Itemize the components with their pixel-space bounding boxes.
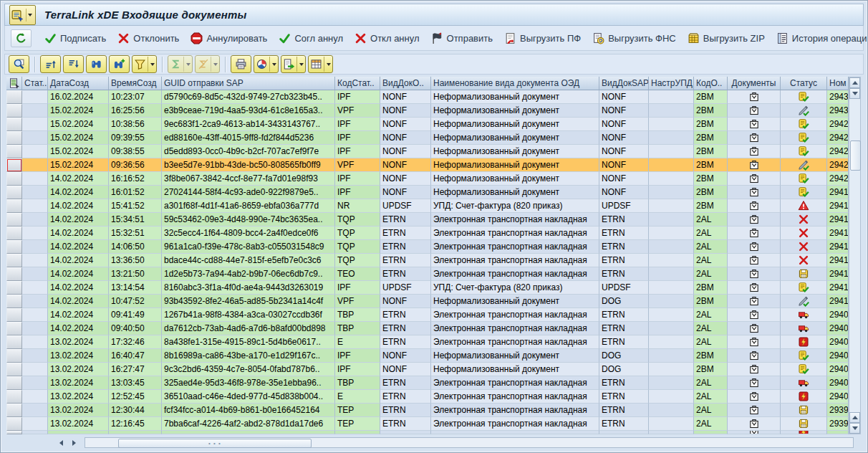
history-button[interactable]: История операций bbox=[771, 30, 868, 47]
cell-status_text[interactable] bbox=[22, 308, 48, 322]
cell-nastr_upd[interactable] bbox=[649, 172, 694, 186]
cell-doc_kind[interactable]: ETRN bbox=[380, 267, 431, 281]
cell-code_o[interactable]: 2AL bbox=[694, 213, 728, 226]
cell-kind_sap[interactable]: NONF bbox=[599, 172, 649, 186]
cell-guid[interactable]: 59c53462-09e3-4d48-990e-74bc3635ea.. bbox=[162, 213, 335, 226]
cell-code_o[interactable]: 2AL bbox=[694, 431, 728, 434]
cell-number[interactable]: 2940 bbox=[827, 376, 849, 390]
status-cell[interactable] bbox=[781, 240, 827, 254]
cell-time[interactable]: 12:16:45 bbox=[109, 417, 162, 431]
documents-cell[interactable] bbox=[728, 295, 781, 308]
cell-guid[interactable]: 1267b41a-98f8-4384-a3ca-03027ccdb36f bbox=[162, 308, 335, 322]
status-cell[interactable] bbox=[781, 186, 827, 199]
documents-cell[interactable] bbox=[728, 335, 781, 349]
cell-doc_kind[interactable]: NONF bbox=[380, 90, 431, 104]
cell-nastr_upd[interactable] bbox=[649, 295, 694, 308]
views-button[interactable] bbox=[254, 55, 279, 73]
cell-status_text[interactable] bbox=[22, 376, 48, 390]
cell-doc_name[interactable]: Электронная транспортная накладная bbox=[431, 335, 599, 349]
cell-date[interactable]: 16.02.2024 bbox=[48, 90, 109, 104]
cell-date[interactable]: 13.02.2024 bbox=[48, 349, 109, 363]
reject-button[interactable]: Отклонить bbox=[112, 30, 185, 47]
cell-doc_kind[interactable]: ETRN bbox=[380, 404, 431, 417]
cell-status_text[interactable] bbox=[22, 118, 48, 131]
column-header[interactable]: Статус bbox=[781, 77, 827, 90]
cell-status_text[interactable] bbox=[22, 404, 48, 417]
cell-code_status[interactable]: IPF bbox=[335, 118, 380, 131]
cell-kind_sap[interactable]: ETRN bbox=[599, 308, 649, 322]
cell-doc_name[interactable]: Электронная транспортная накладная bbox=[431, 404, 599, 417]
cell-doc_kind[interactable]: ETRN bbox=[380, 213, 431, 226]
status-cell[interactable] bbox=[781, 213, 827, 226]
column-header[interactable]: ВремяСозд bbox=[109, 77, 162, 90]
documents-cell[interactable] bbox=[728, 131, 781, 145]
cell-date[interactable]: 14.02.2024 bbox=[48, 240, 109, 254]
cell-doc_name[interactable]: Неформализованный документ bbox=[431, 172, 599, 186]
column-header[interactable]: ВидДокО.. bbox=[380, 77, 431, 90]
status-cell[interactable] bbox=[781, 404, 827, 417]
cell-number[interactable]: 2941 bbox=[827, 295, 849, 308]
cell-code_status[interactable]: E bbox=[335, 431, 380, 434]
cell-status_text[interactable] bbox=[22, 199, 48, 213]
cell-doc_name[interactable]: УПД: Счет-фактура (820 приказ) bbox=[431, 199, 599, 213]
documents-cell[interactable] bbox=[728, 363, 781, 376]
details-button[interactable] bbox=[9, 55, 29, 73]
cell-guid[interactable]: ed88160e-43ff-4015-9ff8-fd2f844d5236 bbox=[162, 131, 335, 145]
cell-doc_kind[interactable]: UPDSF bbox=[380, 281, 431, 295]
documents-cell[interactable] bbox=[728, 240, 781, 254]
cell-date[interactable]: 14.02.2024 bbox=[48, 226, 109, 240]
cell-doc_kind[interactable]: NONF bbox=[380, 186, 431, 199]
cell-code_o[interactable]: 2AL bbox=[694, 267, 728, 281]
status-cell[interactable] bbox=[781, 376, 827, 390]
cell-nastr_upd[interactable] bbox=[649, 417, 694, 431]
cell-doc_kind[interactable]: NONF bbox=[380, 158, 431, 172]
scroll-right-button[interactable] bbox=[67, 437, 80, 449]
cell-code_status[interactable]: IPF bbox=[335, 131, 380, 145]
export-button-dropdown[interactable] bbox=[296, 57, 305, 72]
cell-doc_name[interactable]: Неформализованный документ bbox=[431, 349, 599, 363]
cell-kind_sap[interactable]: ETRN bbox=[599, 213, 649, 226]
column-header[interactable]: Стат.. bbox=[22, 77, 48, 90]
cell-guid[interactable]: 93b43592-8fe2-46a5-ad85-5b2341a14c4f bbox=[162, 295, 335, 308]
status-cell[interactable] bbox=[781, 172, 827, 186]
cell-time[interactable]: 15:41:52 bbox=[109, 199, 162, 213]
cell-time[interactable]: 16:40:47 bbox=[109, 349, 162, 363]
cell-number[interactable]: 2940 bbox=[827, 322, 849, 335]
cell-doc_kind[interactable]: ETRN bbox=[380, 308, 431, 322]
cell-kind_sap[interactable]: ETRN bbox=[599, 322, 649, 335]
cell-guid[interactable]: 9c3c2bd6-4359-4c7e-8054-0fabd787b6.. bbox=[162, 363, 335, 376]
cell-nastr_upd[interactable] bbox=[649, 118, 694, 131]
cell-time[interactable]: 16:27:47 bbox=[109, 363, 162, 376]
cell-doc_kind[interactable]: NONF bbox=[380, 295, 431, 308]
cell-kind_sap[interactable]: DOG bbox=[599, 295, 649, 308]
cell-code_o[interactable]: 2BM bbox=[694, 158, 728, 172]
status-cell[interactable] bbox=[781, 145, 827, 158]
status-cell[interactable] bbox=[781, 158, 827, 172]
cell-code_status[interactable]: TBP bbox=[335, 322, 380, 335]
cell-time[interactable]: 16:25:56 bbox=[109, 104, 162, 118]
cell-number[interactable]: 2940 bbox=[827, 363, 849, 376]
cell-time[interactable]: 16:16:52 bbox=[109, 172, 162, 186]
cell-time[interactable]: 11:58:44 bbox=[109, 431, 162, 434]
cell-kind_sap[interactable]: NONF bbox=[599, 104, 649, 118]
documents-cell[interactable] bbox=[728, 390, 781, 404]
cell-code_o[interactable]: 2BM bbox=[694, 363, 728, 376]
cell-nastr_upd[interactable] bbox=[649, 404, 694, 417]
cell-doc_kind[interactable]: NONF bbox=[380, 131, 431, 145]
row-selector[interactable] bbox=[6, 145, 22, 158]
cell-nastr_upd[interactable] bbox=[649, 254, 694, 267]
documents-cell[interactable] bbox=[728, 199, 781, 213]
cell-number[interactable]: 2941 bbox=[827, 199, 849, 213]
cell-code_o[interactable]: 2AL bbox=[694, 308, 728, 322]
layout-button[interactable] bbox=[308, 55, 333, 73]
hscroll-track[interactable]: • • • bbox=[85, 437, 854, 448]
layout-button-dropdown[interactable] bbox=[324, 57, 332, 72]
sort-desc-button[interactable] bbox=[63, 55, 84, 73]
cell-time[interactable]: 12:30:44 bbox=[109, 404, 162, 417]
views-button-dropdown[interactable] bbox=[269, 57, 278, 72]
subtotal-button-dropdown[interactable] bbox=[211, 57, 219, 72]
status-cell[interactable] bbox=[781, 131, 827, 145]
annul-button[interactable]: Аннулировать bbox=[185, 30, 273, 47]
status-cell[interactable] bbox=[781, 308, 827, 322]
cell-time[interactable]: 09:40:50 bbox=[109, 322, 162, 335]
